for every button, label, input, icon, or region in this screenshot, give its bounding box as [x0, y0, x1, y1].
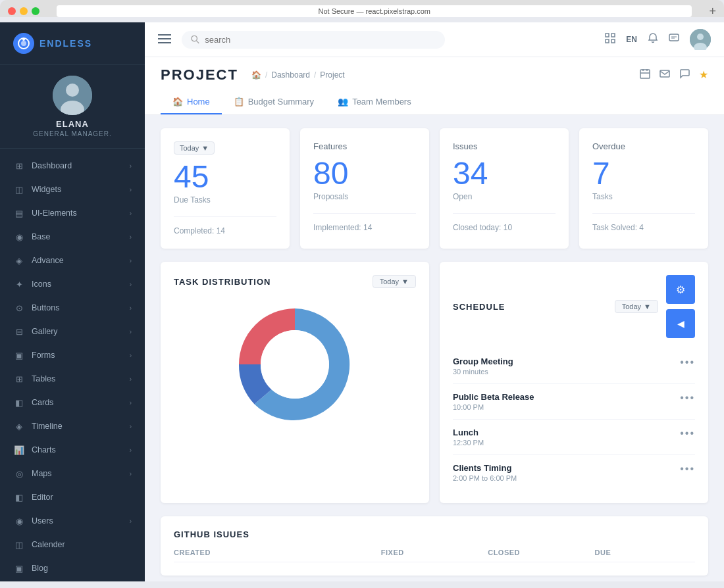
schedule-item-2: Lunch 12:30 PM ••• — [453, 420, 695, 455]
nav-icon: ◫ — [13, 539, 25, 551]
new-tab-button[interactable]: + — [709, 5, 716, 17]
sidebar-item-cards[interactable]: ◧ Cards › — [0, 391, 145, 414]
nav-icon: ◉ — [13, 515, 25, 527]
sidebar-item-tables[interactable]: ⊞ Tables › — [0, 367, 145, 391]
sidebar-item-gallery[interactable]: ⊟ Gallery › — [0, 320, 145, 343]
sidebar-item-buttons[interactable]: ⊙ Buttons › — [0, 296, 145, 320]
sidebar: ENDLESS ELANA GENERAL MANAGER. ⊞ Dashboa… — [0, 22, 145, 581]
nav-chevron-icon: › — [130, 447, 132, 454]
nav-icon: ▣ — [13, 349, 25, 361]
message-icon[interactable] — [669, 33, 679, 46]
sidebar-profile: ELANA GENERAL MANAGER. — [0, 65, 145, 149]
schedule-item-time-0: 30 minutes — [453, 368, 513, 376]
browser-close-dot[interactable] — [8, 7, 16, 15]
logo-icon — [13, 33, 34, 54]
sidebar-item-icons[interactable]: ✦ Icons › — [0, 272, 145, 296]
tab-team-members[interactable]: 👥 Team Members — [326, 90, 423, 114]
stat-subtitle-tasks: Due Tasks — [174, 195, 276, 205]
svg-rect-7 — [158, 38, 171, 39]
stat-value-tasks: 45 — [174, 161, 276, 193]
main-content: EN — [145, 22, 724, 581]
address-bar[interactable]: Not Secure — react.pixelstrap.com — [57, 5, 692, 17]
back-fab-button[interactable]: ◀ — [666, 309, 695, 338]
svg-line-10 — [196, 41, 199, 43]
sidebar-logo: ENDLESS — [0, 22, 145, 65]
star-icon[interactable]: ★ — [699, 68, 708, 82]
task-distribution-title: TASK DISTRIBUTION — [174, 277, 271, 287]
language-badge[interactable]: EN — [626, 35, 637, 44]
sidebar-item-base[interactable]: ◉ Base › — [0, 225, 145, 249]
nav-icon: ◉ — [13, 231, 25, 243]
stat-value-overdue: 7 — [592, 158, 695, 189]
sidebar-item-users[interactable]: ◉ Users › — [0, 509, 145, 533]
tab-budget-summary[interactable]: 📋 Budget Summary — [222, 90, 326, 114]
sidebar-item-forms[interactable]: ▣ Forms › — [0, 343, 145, 367]
stat-subtitle-overdue: Tasks — [592, 192, 695, 201]
sidebar-item-timeline[interactable]: ◈ Timeline › — [0, 414, 145, 438]
nav-chevron-icon: › — [130, 399, 132, 406]
nav-chevron-icon: › — [130, 305, 132, 312]
sidebar-item-ui-elements[interactable]: ▤ UI-Elements › — [0, 201, 145, 225]
github-col-fixed: Fixed — [381, 549, 481, 556]
schedule-item-title-1: Public Beta Release — [453, 392, 534, 402]
search-input[interactable] — [205, 35, 436, 45]
nav-item-label: Editor — [32, 493, 132, 502]
schedule-menu-3[interactable]: ••• — [680, 463, 695, 475]
schedule-menu-1[interactable]: ••• — [680, 392, 695, 404]
nav-chevron-icon: › — [130, 423, 132, 430]
stat-card-issues: Issues 34 Open Closed today: 10 — [440, 128, 569, 249]
user-avatar[interactable] — [690, 29, 711, 50]
tab-budget-icon: 📋 — [234, 97, 244, 107]
sidebar-item-dashboard[interactable]: ⊞ Dashboard › — [0, 154, 145, 178]
nav-item-label: Icons — [32, 280, 130, 289]
sidebar-item-charts[interactable]: 📊 Charts › — [0, 438, 145, 462]
browser-minimize-dot[interactable] — [20, 7, 28, 15]
nav-icon: ◈ — [13, 420, 25, 432]
stat-value-features: 80 — [313, 158, 416, 189]
menu-icon[interactable] — [158, 33, 171, 47]
stat-card-features: Features 80 Proposals Implemented: 14 — [300, 128, 429, 249]
mail-icon[interactable] — [659, 68, 670, 82]
notification-icon[interactable] — [648, 33, 658, 46]
gear-fab-button[interactable]: ⚙ — [666, 275, 695, 304]
svg-rect-19 — [640, 70, 650, 78]
sidebar-item-blog[interactable]: ▣ Blog — [0, 556, 145, 580]
browser-maximize-dot[interactable] — [32, 7, 39, 15]
search-icon — [191, 35, 199, 44]
svg-rect-23 — [660, 70, 669, 77]
stats-row: Today ▼ 45 Due Tasks Completed: 14 Featu… — [161, 128, 708, 249]
tasks-dropdown[interactable]: Today ▼ — [174, 141, 215, 155]
tab-home[interactable]: 🏠 Home — [161, 90, 222, 114]
chat-icon[interactable] — [679, 68, 690, 82]
svg-rect-12 — [611, 34, 615, 37]
schedule-item-title-0: Group Meeting — [453, 356, 513, 366]
fullscreen-icon[interactable] — [605, 33, 615, 46]
search-bar — [182, 31, 445, 49]
sidebar-item-calender[interactable]: ◫ Calender — [0, 533, 145, 556]
schedule-item-1: Public Beta Release 10:00 PM ••• — [453, 384, 695, 420]
github-title: GITHUB ISUUES — [174, 529, 695, 539]
nav-icon: ▣ — [13, 562, 25, 574]
svg-rect-13 — [606, 39, 609, 43]
breadcrumb-home-icon: 🏠 — [251, 70, 261, 80]
sidebar-item-widgets[interactable]: ◫ Widgets › — [0, 178, 145, 201]
nav-item-label: Cards — [32, 398, 130, 407]
charts-row: TASK DISTRIBUTION Today ▼ — [161, 262, 708, 503]
nav-chevron-icon: › — [130, 233, 132, 241]
svg-rect-15 — [669, 34, 679, 41]
sidebar-nav: ⊞ Dashboard › ◫ Widgets › ▤ UI-Elements … — [0, 149, 145, 581]
sidebar-item-editor[interactable]: ◧ Editor — [0, 485, 145, 509]
stat-card-overdue: Overdue 7 Tasks Task Solved: 4 — [579, 128, 708, 249]
schedule-dropdown[interactable]: Today ▼ — [615, 300, 658, 313]
svg-point-24 — [261, 330, 329, 399]
schedule-menu-2[interactable]: ••• — [680, 428, 695, 439]
task-distribution-dropdown[interactable]: Today ▼ — [373, 275, 416, 288]
nav-item-label: Blog — [32, 564, 132, 573]
schedule-menu-0[interactable]: ••• — [680, 356, 695, 368]
sidebar-item-email-app[interactable]: ✉ Email App — [0, 580, 145, 581]
nav-item-label: Dashboard — [32, 161, 130, 170]
schedule-item-0: Group Meeting 30 minutes ••• — [453, 349, 695, 384]
sidebar-item-advance[interactable]: ◈ Advance › — [0, 249, 145, 272]
calendar-icon[interactable] — [640, 68, 650, 82]
sidebar-item-maps[interactable]: ◎ Maps › — [0, 462, 145, 485]
